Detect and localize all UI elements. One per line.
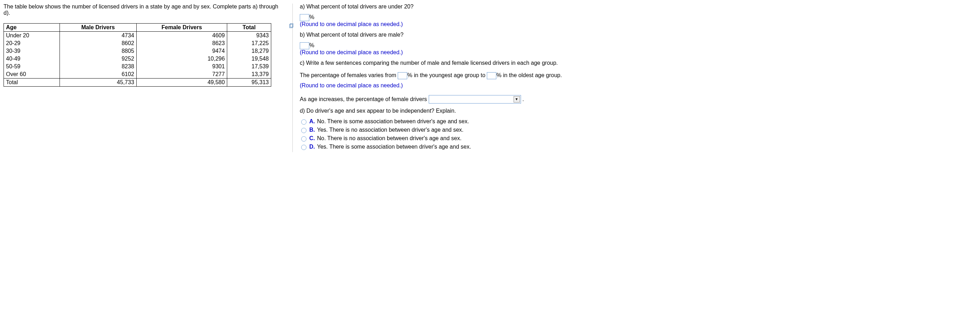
header-female: Female Drivers <box>136 24 227 32</box>
percent-b: % <box>309 42 314 48</box>
round-note-a: (Round to one decimal place as needed.) <box>300 21 403 27</box>
cell-male: 9252 <box>59 55 136 63</box>
choice-a[interactable]: A. No. There is some association between… <box>301 118 977 125</box>
input-b[interactable] <box>300 42 309 49</box>
trend-period: . <box>522 96 524 102</box>
table-row-total: Total 45,733 49,580 95,313 <box>4 78 271 87</box>
cell-male: 6102 <box>59 70 136 78</box>
question-a: a) What percent of total drivers are und… <box>300 3 977 10</box>
cell-total: 9343 <box>227 32 271 40</box>
radio-d[interactable] <box>301 145 307 150</box>
header-male: Male Drivers <box>59 24 136 32</box>
table-row: Under 20 4734 4609 9343 <box>4 32 271 40</box>
question-d: d) Do driver's age and sex appear to be … <box>300 108 977 114</box>
c-trend-text: As age increases, the percentage of fema… <box>300 96 429 102</box>
cell-age: 20-29 <box>4 40 60 47</box>
choice-c-text: No. There is no association between driv… <box>317 135 977 142</box>
choice-b-label: B. <box>309 127 315 133</box>
cell-male: 4734 <box>59 32 136 40</box>
radio-a[interactable] <box>301 119 307 125</box>
cell-age: Under 20 <box>4 32 60 40</box>
radio-b[interactable] <box>301 128 307 133</box>
table-row: 20-29 8602 8623 17,225 <box>4 40 271 47</box>
cell-age: Total <box>4 78 60 87</box>
table-row: Over 60 6102 7277 13,379 <box>4 70 271 78</box>
input-a[interactable] <box>300 14 309 21</box>
header-age: Age <box>4 24 60 32</box>
question-c-text: c) Write a few sentences comparing the n… <box>300 60 558 66</box>
cell-total: 17,225 <box>227 40 271 47</box>
c-mid: % in the youngest age group to <box>407 72 487 78</box>
copy-icon[interactable] <box>288 23 294 30</box>
right-panel: a) What percent of total drivers are und… <box>293 3 977 152</box>
choice-d-text: Yes. There is some association between d… <box>317 144 977 150</box>
choice-d-label: D. <box>309 144 315 150</box>
cell-female: 7277 <box>136 70 227 78</box>
choice-d[interactable]: D. Yes. There is some association betwee… <box>301 144 977 150</box>
question-d-text: d) Do driver's age and sex appear to be … <box>300 108 456 114</box>
cell-male: 45,733 <box>59 78 136 87</box>
drivers-table: Age Male Drivers Female Drivers Total Un… <box>3 23 271 87</box>
c-post: % in the oldest age group. <box>496 72 562 78</box>
answer-a-line: % (Round to one decimal place as needed.… <box>300 14 977 27</box>
chevron-down-icon: ▼ <box>514 96 520 102</box>
question-c: c) Write a few sentences comparing the n… <box>300 60 977 66</box>
cell-age: 40-49 <box>4 55 60 63</box>
cell-total: 13,379 <box>227 70 271 78</box>
trend-sentence: As age increases, the percentage of fema… <box>300 94 977 105</box>
round-note-c: (Round to one decimal place as needed.) <box>300 83 403 88</box>
cell-age: Over 60 <box>4 70 60 78</box>
table-body: Under 20 4734 4609 9343 20-29 8602 8623 … <box>4 32 271 87</box>
table-wrapper: Age Male Drivers Female Drivers Total Un… <box>3 23 285 87</box>
cell-female: 10,296 <box>136 55 227 63</box>
cell-male: 8238 <box>59 63 136 70</box>
choice-b-text: Yes. There is no association between dri… <box>317 127 977 133</box>
table-row: 40-49 9252 10,296 19,548 <box>4 55 271 63</box>
cell-male: 8602 <box>59 40 136 47</box>
cell-male: 8805 <box>59 47 136 55</box>
cell-female: 9474 <box>136 47 227 55</box>
percent-a: % <box>309 14 314 20</box>
cell-total: 19,548 <box>227 55 271 63</box>
answer-b-line: % (Round to one decimal place as needed.… <box>300 42 977 56</box>
choice-c[interactable]: C. No. There is no association between d… <box>301 135 977 142</box>
input-c2[interactable] <box>487 72 496 79</box>
cell-total: 18,279 <box>227 47 271 55</box>
intro-text: The table below shows the number of lice… <box>3 3 285 16</box>
choice-a-text: No. There is some association between dr… <box>317 118 977 125</box>
cell-female: 49,580 <box>136 78 227 87</box>
table-row: 50-59 8238 9301 17,539 <box>4 63 271 70</box>
choice-a-label: A. <box>309 118 315 125</box>
table-row: 30-39 8805 9474 18,279 <box>4 47 271 55</box>
cell-female: 4609 <box>136 32 227 40</box>
cell-female: 8623 <box>136 40 227 47</box>
radio-c[interactable] <box>301 136 307 142</box>
fill-sentence-c: The percentage of females varies from % … <box>300 70 977 91</box>
cell-age: 50-59 <box>4 63 60 70</box>
choice-c-label: C. <box>309 135 315 142</box>
question-a-text: a) What percent of total drivers are und… <box>300 3 414 10</box>
question-b-text: b) What percent of total drivers are mal… <box>300 32 403 38</box>
choice-b[interactable]: B. Yes. There is no association between … <box>301 127 977 133</box>
cell-age: 30-39 <box>4 47 60 55</box>
header-total: Total <box>227 24 271 32</box>
left-panel: The table below shows the number of lice… <box>3 3 293 152</box>
question-b: b) What percent of total drivers are mal… <box>300 32 977 38</box>
round-note-b: (Round to one decimal place as needed.) <box>300 49 403 55</box>
trend-dropdown[interactable]: ▼ <box>429 95 521 103</box>
input-c1[interactable] <box>398 72 407 79</box>
cell-total: 95,313 <box>227 78 271 87</box>
cell-total: 17,539 <box>227 63 271 70</box>
cell-female: 9301 <box>136 63 227 70</box>
c-pre: The percentage of females varies from <box>300 72 398 78</box>
